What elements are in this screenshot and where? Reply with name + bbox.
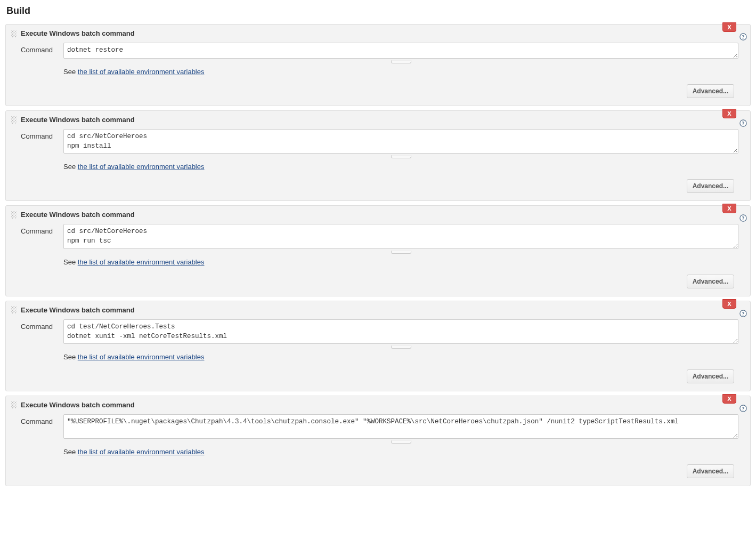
help-icon[interactable]: ? [739, 214, 747, 222]
svg-text:?: ? [742, 310, 745, 316]
textarea-resize-handle[interactable] [391, 251, 411, 254]
drag-handle-icon[interactable] [11, 30, 17, 37]
svg-text:?: ? [742, 34, 745, 40]
build-step: X Execute Windows batch command ? Comman… [5, 301, 751, 391]
command-label: Command [21, 43, 59, 54]
env-vars-link[interactable]: the list of available environment variab… [78, 68, 205, 76]
command-textarea[interactable]: cd src/NetCoreHeroes npm install [63, 129, 738, 154]
svg-text:?: ? [742, 405, 745, 411]
drag-handle-icon[interactable] [11, 211, 17, 219]
command-textarea[interactable]: cd test/NetCoreHeroes.Tests dotnet xunit… [63, 319, 738, 344]
command-label: Command [21, 319, 59, 331]
drag-handle-icon[interactable] [11, 116, 17, 124]
advanced-button[interactable]: Advanced... [687, 179, 734, 193]
textarea-resize-handle[interactable] [391, 155, 411, 158]
advanced-button[interactable]: Advanced... [687, 84, 734, 98]
textarea-resize-handle[interactable] [391, 345, 411, 349]
env-vars-link[interactable]: the list of available environment variab… [78, 353, 205, 361]
env-vars-hint: See the list of available environment va… [63, 353, 750, 361]
help-icon[interactable]: ? [739, 33, 747, 41]
env-vars-hint: See the list of available environment va… [63, 448, 750, 456]
build-step: X Execute Windows batch command ? Comman… [5, 205, 751, 296]
env-vars-hint: See the list of available environment va… [63, 163, 750, 171]
env-vars-link[interactable]: the list of available environment variab… [78, 163, 205, 171]
command-textarea[interactable]: "%USERPROFILE%\.nuget\packages\Chutzpah\… [63, 414, 738, 439]
advanced-button[interactable]: Advanced... [687, 369, 734, 383]
textarea-resize-handle[interactable] [391, 440, 411, 444]
svg-text:?: ? [742, 215, 745, 221]
help-icon[interactable]: ? [739, 310, 747, 317]
drag-handle-icon[interactable] [11, 306, 17, 313]
command-textarea[interactable]: cd src/NetCoreHeroes npm run tsc [63, 224, 738, 248]
build-step: X Execute Windows batch command ? Comman… [5, 396, 751, 486]
build-step-title: Execute Windows batch command [21, 306, 745, 314]
svg-text:?: ? [742, 120, 745, 126]
build-step-title: Execute Windows batch command [21, 211, 745, 219]
build-step-title: Execute Windows batch command [21, 116, 745, 124]
command-label: Command [21, 414, 59, 425]
build-step-title: Execute Windows batch command [21, 29, 745, 37]
env-vars-link[interactable]: the list of available environment variab… [78, 258, 205, 266]
drag-handle-icon[interactable] [11, 401, 17, 408]
build-step: X Execute Windows batch command ? Comman… [5, 110, 751, 201]
help-icon[interactable]: ? [739, 405, 747, 412]
build-step: X Execute Windows batch command ? Comman… [5, 24, 751, 106]
env-vars-link[interactable]: the list of available environment variab… [78, 448, 205, 456]
env-vars-hint: See the list of available environment va… [63, 68, 750, 76]
command-label: Command [21, 224, 59, 235]
build-section-title: Build [6, 5, 751, 17]
advanced-button[interactable]: Advanced... [687, 275, 734, 288]
textarea-resize-handle[interactable] [391, 60, 411, 63]
help-icon[interactable]: ? [739, 119, 747, 127]
env-vars-hint: See the list of available environment va… [63, 258, 750, 266]
command-textarea[interactable]: dotnet restore [63, 43, 738, 59]
advanced-button[interactable]: Advanced... [687, 464, 734, 478]
build-step-title: Execute Windows batch command [21, 401, 745, 409]
command-label: Command [21, 129, 59, 140]
